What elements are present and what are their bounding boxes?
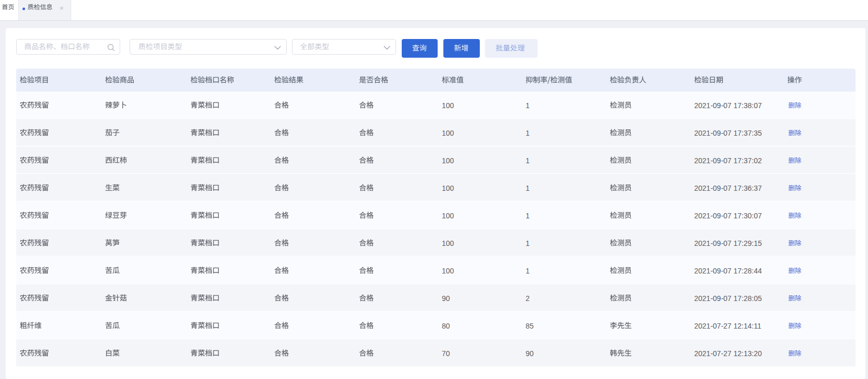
svg-text:2021-07-27 12:14:11: 2021-07-27 12:14:11 [694, 322, 761, 330]
svg-text:2021-09-07 17:30:07: 2021-09-07 17:30:07 [694, 212, 762, 220]
svg-text:2021-09-07 17:37:35: 2021-09-07 17:37:35 [694, 129, 762, 137]
svg-text:1: 1 [526, 101, 530, 110]
svg-text:100: 100 [442, 239, 454, 247]
svg-text:1: 1 [526, 156, 530, 165]
svg-text:100: 100 [442, 212, 454, 220]
svg-text:100: 100 [442, 101, 454, 110]
svg-text:70: 70 [442, 349, 450, 358]
svg-text:1: 1 [526, 212, 530, 220]
svg-text:90: 90 [526, 349, 534, 358]
svg-text:100: 100 [442, 129, 454, 137]
svg-text:1: 1 [526, 239, 530, 247]
svg-text:2021-09-07 17:37:02: 2021-09-07 17:37:02 [694, 156, 762, 165]
svg-text:2021-09-07 17:38:07: 2021-09-07 17:38:07 [694, 101, 762, 110]
svg-text:2021-09-07 17:28:44: 2021-09-07 17:28:44 [694, 267, 762, 275]
svg-text:1: 1 [526, 267, 530, 275]
svg-text:85: 85 [526, 322, 534, 330]
svg-text:80: 80 [442, 322, 450, 330]
svg-text:2021-09-07 17:36:37: 2021-09-07 17:36:37 [694, 184, 762, 192]
svg-text:100: 100 [442, 156, 454, 165]
svg-text:100: 100 [442, 184, 454, 192]
svg-text:2021-09-07 17:29:15: 2021-09-07 17:29:15 [694, 239, 762, 247]
svg-text:2021-09-07 17:28:05: 2021-09-07 17:28:05 [694, 294, 762, 303]
svg-text:2: 2 [526, 294, 530, 303]
svg-text:1: 1 [526, 129, 530, 137]
svg-text:90: 90 [442, 294, 450, 303]
svg-text:100: 100 [442, 267, 454, 275]
svg-text:2021-07-27 12:13:20: 2021-07-27 12:13:20 [694, 349, 762, 358]
svg-text:1: 1 [526, 184, 530, 192]
